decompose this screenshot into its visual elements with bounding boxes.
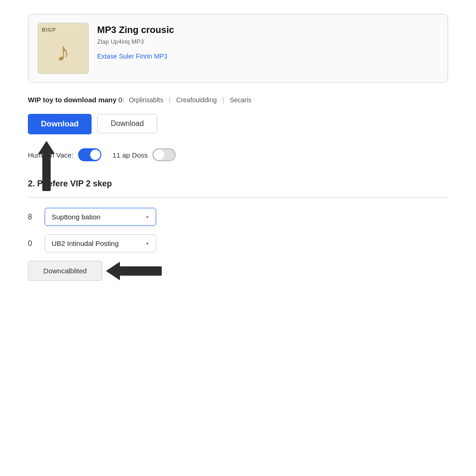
toggle-2[interactable]	[152, 148, 176, 161]
wip-row: WIP toy to download many 0: Orplirisablt…	[28, 96, 448, 104]
dropdown-select-2[interactable]: UB2 Intinudal PostingOption 2Option 3	[45, 234, 156, 252]
section-2: 2. Poefere VIP 2 skep 8 Supttong bationO…	[28, 179, 448, 281]
dropdown-row-2: 0 UB2 Intinudal PostingOption 2Option 3	[28, 234, 448, 252]
section-2-title: 2. Poefere VIP 2 skep	[28, 179, 448, 189]
music-note-icon: ♪	[57, 39, 70, 65]
wip-divider-2: |	[222, 96, 224, 104]
bottom-row: Downcalblited	[28, 261, 448, 281]
arrow-up-head	[38, 141, 55, 154]
wip-item-2: Creafouldding	[176, 96, 217, 104]
arrow-left-shaft	[120, 266, 162, 276]
download-primary-button[interactable]: Download	[28, 114, 92, 134]
wip-item-1: Orplirisablts	[129, 96, 163, 104]
dropdown-select-1[interactable]: Supttong bationOption 2Option 3	[45, 208, 156, 226]
dropdown-row-1: 8 Supttong bationOption 2Option 3	[28, 208, 448, 226]
card-title: MP3 Zing crousic	[97, 25, 174, 35]
toggle-1[interactable]	[78, 148, 101, 161]
wip-divider-1: |	[169, 96, 171, 104]
arrow-left-head	[106, 262, 120, 280]
row-2-num: 0	[28, 239, 36, 248]
wip-item-3: Secaris	[230, 96, 251, 104]
toggle-1-knob	[90, 150, 100, 160]
download-secondary-button[interactable]: Download	[97, 114, 157, 133]
card-subtitle: Zlap Up4inq MP3	[97, 38, 174, 45]
arrow-up-annotation	[38, 141, 55, 191]
section-divider	[28, 197, 448, 198]
album-art-label: BIGP	[42, 27, 56, 33]
buttons-row: Download Download	[28, 114, 448, 134]
toggle-2-label: 11 ap Doss	[112, 151, 148, 159]
wip-label: WIP toy to download many 0:	[28, 96, 124, 104]
toggle-group-2: 11 ap Doss	[112, 148, 176, 161]
music-card: BIGP ♪ MP3 Zing crousic Zlap Up4inq MP3 …	[28, 14, 448, 83]
card-link[interactable]: Extase Suler Finrin MP3	[97, 53, 174, 60]
album-art: BIGP ♪	[38, 23, 89, 74]
card-info: MP3 Zing crousic Zlap Up4inq MP3 Extase …	[97, 23, 174, 60]
arrow-left-annotation	[106, 262, 162, 280]
toggles-row: Humean Vace: 11 ap Doss	[28, 148, 448, 161]
arrow-up-shaft	[42, 154, 51, 191]
row-1-num: 8	[28, 213, 36, 221]
downcalblited-button[interactable]: Downcalblited	[28, 261, 102, 281]
toggle-2-knob	[154, 150, 164, 160]
